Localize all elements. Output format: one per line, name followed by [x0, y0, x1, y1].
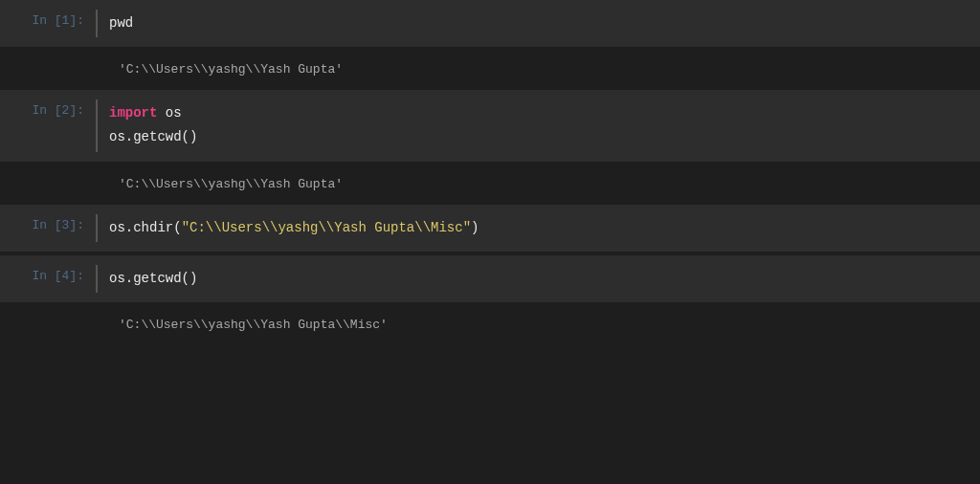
input-prompt: In [2]:: [0, 99, 96, 151]
input-prompt: In [3]:: [0, 214, 96, 242]
string-literal: "C:\\Users\\yashg\\Yash Gupta\\Misc": [182, 220, 471, 235]
input-cell[interactable]: In [2]: import os os.getcwd(): [0, 90, 980, 161]
input-cell[interactable]: In [4]: os.getcwd(): [0, 255, 980, 302]
code-area[interactable]: os.getcwd(): [96, 265, 980, 293]
code-line: import os: [109, 101, 980, 125]
code-line: pwd: [109, 11, 980, 35]
output-cell: 'C:\\Users\\yashg\\Yash Gupta': [0, 49, 980, 90]
input-cell[interactable]: In [1]: pwd: [0, 0, 980, 47]
output-text: 'C:\\Users\\yashg\\Yash Gupta\\Misc': [96, 318, 980, 332]
func-chdir: os.chdir(: [109, 220, 182, 235]
output-prompt: [0, 318, 96, 332]
code-area[interactable]: pwd: [96, 10, 980, 37]
output-text: 'C:\\Users\\yashg\\Yash Gupta': [96, 177, 980, 191]
input-prompt: In [1]:: [0, 10, 96, 37]
output-prompt: [0, 177, 96, 191]
input-prompt: In [4]:: [0, 265, 96, 293]
paren-close: ): [471, 220, 479, 235]
output-prompt: [0, 62, 96, 77]
output-text: 'C:\\Users\\yashg\\Yash Gupta': [96, 62, 980, 77]
code-area[interactable]: import os os.getcwd(): [96, 99, 980, 151]
code-line: os.chdir("C:\\Users\\yashg\\Yash Gupta\\…: [109, 216, 980, 240]
code-line: os.getcwd(): [109, 267, 980, 291]
input-cell[interactable]: In [3]: os.chdir("C:\\Users\\yashg\\Yash…: [0, 205, 980, 252]
keyword-import: import: [109, 105, 157, 121]
module-os: os: [157, 105, 181, 121]
output-cell: 'C:\\Users\\yashg\\Yash Gupta\\Misc': [0, 304, 980, 345]
output-cell: 'C:\\Users\\yashg\\Yash Gupta': [0, 164, 980, 205]
code-area[interactable]: os.chdir("C:\\Users\\yashg\\Yash Gupta\\…: [96, 214, 980, 242]
code-line: os.getcwd(): [109, 125, 980, 149]
